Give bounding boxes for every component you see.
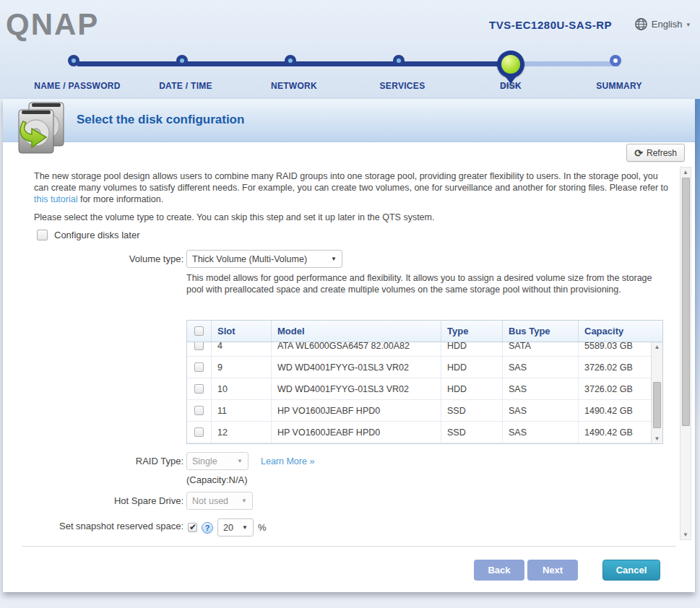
step-label-services: SERVICES — [341, 81, 464, 91]
cell-type: HDD — [441, 378, 503, 399]
raid-type-select: Single ▼ — [186, 452, 249, 470]
step-dot-services — [393, 55, 405, 66]
percent-sign: % — [258, 522, 267, 533]
scroll-up-icon[interactable]: ▲ — [652, 342, 662, 352]
cell-bus-type: SAS — [503, 378, 579, 399]
cell-slot: 12 — [212, 422, 272, 443]
cell-model: WD WD4001FYYG-01SL3 VR02 — [272, 378, 441, 399]
cell-model: ATA WL6000GSA6457 82.00A82 — [272, 342, 441, 356]
snapshot-checkbox[interactable]: ✔ — [188, 523, 197, 532]
step-label-disk: DISK — [449, 81, 572, 91]
help-icon[interactable]: ? — [202, 522, 213, 534]
cell-type: HDD — [441, 357, 503, 378]
page-scrollbar-thumb[interactable] — [682, 178, 690, 426]
disk-table-body: 4 ATA WL6000GSA6457 82.00A82 HDD SATA 55… — [187, 342, 662, 443]
col-header-slot: Slot — [212, 321, 272, 342]
row-checkbox[interactable] — [194, 427, 204, 437]
dropdown-arrow-icon: ▼ — [237, 458, 243, 464]
configure-later-checkbox[interactable] — [37, 230, 48, 240]
tutorial-link[interactable]: this tutorial — [34, 194, 77, 204]
language-label: English — [652, 19, 683, 30]
table-row[interactable]: 9 WD WD4001FYYG-01SL3 VR02 HDD SAS 3726.… — [187, 357, 662, 378]
step-dot-summary — [610, 55, 621, 66]
cell-type: SSD — [441, 422, 503, 443]
select-all-checkbox[interactable] — [194, 326, 204, 336]
cell-bus-type: SAS — [503, 400, 579, 421]
step-label-date-time: DATE / TIME — [124, 81, 247, 91]
table-row[interactable]: 12 HP VO1600JEABF HPD0 SSD SAS 1490.42 G… — [187, 422, 662, 443]
step-label-name-password: NAME / PASSWORD — [16, 81, 139, 91]
cell-model: HP VO1600JEABF HPD0 — [272, 400, 441, 421]
volume-type-description: This model allows for good performance a… — [186, 272, 660, 295]
content-panel: Select the disk configuration ⟳ R — [3, 99, 695, 592]
table-row[interactable]: 4 ATA WL6000GSA6457 82.00A82 HDD SATA 55… — [187, 342, 662, 357]
chevron-down-icon: ▾ — [686, 21, 690, 28]
cell-bus-type: SAS — [503, 422, 579, 443]
cell-capacity: 5589.03 GB — [579, 342, 652, 356]
back-button[interactable]: Back — [474, 560, 524, 581]
intro-text-before: The new storage pool design allows users… — [34, 171, 668, 193]
row-checkbox[interactable] — [194, 342, 204, 350]
cell-capacity: 3726.02 GB — [579, 357, 652, 378]
volume-type-select[interactable]: Thick Volume (Multi-Volume) ▼ — [186, 250, 342, 268]
refresh-icon: ⟳ — [634, 147, 643, 159]
language-selector[interactable]: English ▾ — [635, 18, 690, 30]
table-scrollbar[interactable]: ▲ ▼ — [651, 342, 662, 443]
scroll-down-icon[interactable]: ▼ — [680, 530, 691, 539]
table-row[interactable]: 10 WD WD4001FYYG-01SL3 VR02 HDD SAS 3726… — [187, 378, 662, 400]
table-row[interactable]: 11 HP VO1600JEABF HPD0 SSD SAS 1490.42 G… — [187, 400, 662, 422]
cell-capacity: 3726.02 GB — [579, 378, 652, 399]
cell-bus-type: SAS — [503, 357, 579, 378]
cancel-button[interactable]: Cancel — [602, 560, 660, 581]
check-icon: ✔ — [189, 522, 196, 532]
snapshot-percent-select[interactable]: 20 ▼ — [217, 518, 254, 537]
intro-text-after: for more information. — [77, 194, 163, 204]
snapshot-label: Set snapshot reserved space: — [29, 521, 183, 531]
stepper-track-upcoming — [511, 61, 619, 66]
scroll-down-icon[interactable]: ▼ — [652, 434, 662, 443]
disk-table-header: Slot Model Type Bus Type Capacity — [187, 321, 662, 342]
table-scrollbar-thumb[interactable] — [653, 382, 661, 428]
hot-spare-value: Not used — [192, 496, 228, 506]
cell-type: HDD — [441, 342, 503, 356]
disk-config-icon — [13, 101, 68, 155]
cell-bus-type: SATA — [503, 342, 579, 356]
page-scrollbar[interactable]: ▲ ▼ — [680, 167, 691, 540]
cell-capacity: 1490.42 GB — [579, 422, 652, 443]
refresh-label: Refresh — [647, 148, 677, 158]
scroll-up-icon[interactable]: ▲ — [680, 168, 691, 177]
learn-more-link[interactable]: Learn More » — [261, 456, 314, 466]
cell-slot: 10 — [212, 378, 272, 399]
raid-type-label: RAID Type: — [29, 456, 183, 466]
setup-wizard-page: QNAP TVS-EC1280U-SAS-RP English ▾ NAM — [0, 0, 700, 608]
hot-spare-select: Not used ▼ — [186, 492, 253, 510]
next-button[interactable]: Next — [527, 560, 578, 581]
cell-slot: 4 — [212, 342, 272, 356]
page-title: Select the disk configuration — [77, 113, 244, 127]
dropdown-arrow-icon: ▼ — [331, 256, 337, 262]
cell-slot: 11 — [212, 400, 272, 421]
snapshot-percent-value: 20 — [223, 523, 233, 533]
raid-type-value: Single — [192, 456, 217, 466]
skip-note: Please select the volume type to create.… — [34, 212, 668, 223]
active-step-green-dot — [501, 55, 520, 74]
row-checkbox[interactable] — [194, 362, 204, 372]
refresh-button[interactable]: ⟳ Refresh — [626, 144, 685, 162]
cell-model: HP VO1600JEABF HPD0 — [272, 422, 441, 443]
row-checkbox[interactable] — [194, 384, 204, 394]
row-checkbox[interactable] — [194, 406, 204, 415]
intro-paragraph: The new storage pool design allows users… — [34, 170, 668, 205]
header: QNAP TVS-EC1280U-SAS-RP English ▾ NAM — [0, 0, 700, 99]
col-header-capacity: Capacity — [579, 321, 652, 342]
step-dot-name-password — [68, 55, 79, 66]
capacity-note: (Capacity:N/A) — [186, 474, 248, 485]
volume-type-label: Volume type: — [29, 253, 183, 264]
background-band — [695, 99, 700, 431]
model-name: TVS-EC1280U-SAS-RP — [489, 19, 612, 31]
cell-capacity: 1490.42 GB — [579, 400, 652, 421]
globe-icon — [635, 18, 647, 30]
col-header-model: Model — [272, 321, 441, 342]
volume-type-value: Thick Volume (Multi-Volume) — [192, 254, 307, 264]
step-label-network: NETWORK — [233, 81, 355, 91]
col-header-type: Type — [441, 321, 503, 342]
